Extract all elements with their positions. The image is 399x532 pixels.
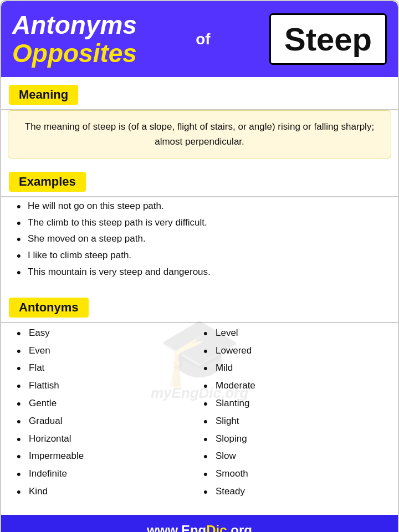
antonyms-label: Antonyms <box>9 298 89 318</box>
antonyms-title: Antonyms <box>12 11 137 39</box>
header: Antonyms Opposites of Steep <box>1 1 398 77</box>
footer-eng: Eng <box>181 523 206 532</box>
page-wrapper: Antonyms Opposites of Steep 🎓 myEngDic.o… <box>0 0 399 532</box>
main-word: Steep <box>284 21 372 58</box>
antonyms-col2: Level Lowered Mild Moderate Slanting Sli… <box>203 326 390 503</box>
antonyms-section: Antonyms Easy Even Flat Flattish Gentle … <box>1 290 398 509</box>
opposites-title: Opposites <box>12 39 137 68</box>
meaning-text: The meaning of steep is (of a slope, fli… <box>25 121 374 146</box>
antonym-item: Steady <box>203 485 390 498</box>
antonym-item: Level <box>203 326 390 340</box>
antonym-item: Sloping <box>203 432 390 446</box>
examples-list: He will not go on this steep path. The c… <box>1 197 398 284</box>
antonym-item: Flat <box>17 361 203 375</box>
example-item: This mountain is very steep and dangerou… <box>17 265 390 279</box>
footer-dic: Dic <box>206 523 227 532</box>
antonym-item: Kind <box>17 485 203 498</box>
examples-section: Examples He will not go on this steep pa… <box>1 164 398 284</box>
antonym-item: Smooth <box>203 467 390 480</box>
footer-www: www. <box>147 523 181 532</box>
antonyms-col1: Easy Even Flat Flattish Gentle Gradual H… <box>17 326 203 503</box>
antonym-item: Indefinite <box>17 467 203 480</box>
meaning-section: Meaning The meaning of steep is (of a sl… <box>1 77 398 158</box>
of-label: of <box>196 30 210 48</box>
antonym-item: Lowered <box>203 344 390 357</box>
example-item: She moved on a steep path. <box>17 232 390 245</box>
antonym-item: Slanting <box>203 397 390 410</box>
footer-dot-org: .org <box>227 523 252 532</box>
antonym-item: Impermeable <box>17 449 203 463</box>
antonym-item: Slight <box>203 415 390 428</box>
antonym-item: Moderate <box>203 379 390 392</box>
example-item: He will not go on this steep path. <box>17 200 390 213</box>
meaning-label: Meaning <box>9 85 78 105</box>
footer: www.EngDic.org <box>1 515 398 532</box>
antonym-item: Gentle <box>17 397 203 410</box>
example-item: I like to climb steep path. <box>17 249 390 262</box>
antonym-item: Easy <box>17 326 203 340</box>
antonym-item: Slow <box>203 449 390 463</box>
examples-label: Examples <box>9 172 86 192</box>
header-left: Antonyms Opposites <box>12 11 137 67</box>
antonym-item: Mild <box>203 361 390 375</box>
antonym-item: Even <box>17 344 203 357</box>
word-box: Steep <box>269 13 387 65</box>
antonym-item: Gradual <box>17 415 203 428</box>
meaning-box: The meaning of steep is (of a slope, fli… <box>8 110 391 158</box>
example-item: The climb to this steep path is very dif… <box>17 216 390 229</box>
antonym-item: Horizontal <box>17 432 203 446</box>
content-area: 🎓 myEngDic.org Meaning The meaning of st… <box>1 77 398 515</box>
antonyms-grid: Easy Even Flat Flattish Gentle Gradual H… <box>1 323 398 509</box>
antonym-item: Flattish <box>17 379 203 392</box>
footer-text: www.EngDic.org <box>1 523 398 532</box>
